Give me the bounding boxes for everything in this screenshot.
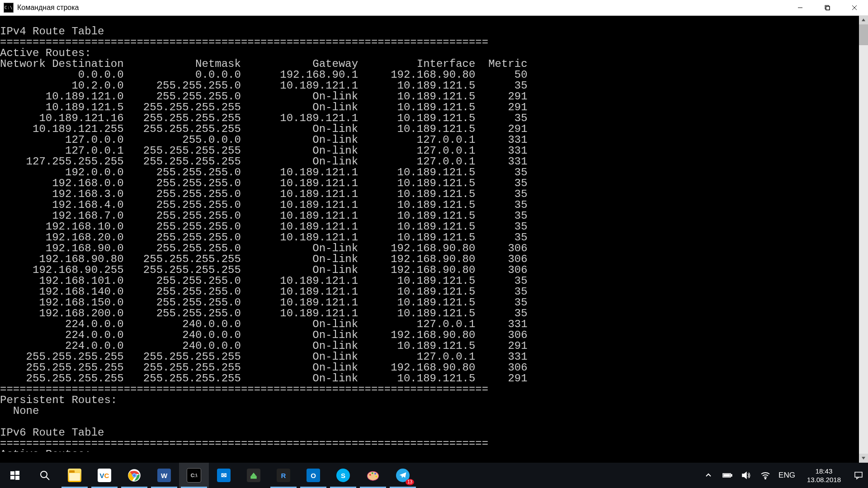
system-tray: ENG 18:43 13.08.2018 (699, 467, 868, 484)
clock-date: 13.08.2018 (807, 475, 841, 484)
maximize-button[interactable] (814, 0, 841, 15)
taskbar-mail[interactable]: ✉ (209, 463, 239, 488)
close-button[interactable] (841, 0, 868, 15)
tray-overflow-icon[interactable] (703, 469, 714, 481)
scroll-up-arrow[interactable] (859, 15, 868, 24)
taskbar-chrome[interactable] (119, 463, 149, 488)
taskbar-outlook[interactable]: O (298, 463, 328, 488)
battery-icon[interactable] (722, 469, 733, 481)
svg-rect-25 (731, 474, 732, 476)
language-indicator[interactable]: ENG (778, 471, 795, 480)
scroll-down-arrow[interactable] (859, 454, 868, 463)
taskbar-vnc[interactable]: VC (90, 463, 119, 488)
start-button[interactable] (0, 463, 30, 488)
svg-point-16 (133, 474, 136, 477)
svg-rect-8 (10, 471, 14, 475)
svg-point-12 (41, 471, 47, 478)
svg-rect-17 (250, 476, 257, 479)
window-title: Командная строка (17, 4, 79, 12)
window-buttons (787, 0, 868, 15)
svg-point-28 (765, 478, 766, 479)
window-titlebar: C:\ Командная строка (0, 0, 868, 16)
wifi-icon[interactable] (760, 469, 771, 481)
app-icon: C:\ (4, 3, 14, 13)
svg-marker-18 (251, 473, 256, 476)
svg-line-13 (46, 477, 49, 480)
svg-rect-2 (826, 6, 830, 10)
svg-point-22 (374, 473, 376, 474)
svg-rect-29 (855, 472, 862, 477)
scroll-thumb[interactable] (859, 24, 868, 45)
svg-point-20 (369, 474, 371, 476)
volume-icon[interactable] (741, 469, 752, 481)
taskbar-revit[interactable]: R (269, 463, 298, 488)
svg-rect-11 (15, 476, 19, 480)
console-output[interactable]: IPv4 Route Table =======================… (0, 26, 859, 452)
svg-marker-27 (742, 472, 746, 479)
taskbar: VC W C:\ ✉ R O S 13 ENG 18:43 13.08.2018 (0, 463, 868, 488)
taskbar-paint[interactable] (358, 463, 388, 488)
taskbar-skype[interactable]: S (328, 463, 358, 488)
svg-marker-7 (862, 457, 865, 460)
svg-point-23 (376, 476, 377, 478)
action-center-icon[interactable] (853, 469, 864, 481)
telegram-badge: 13 (406, 479, 414, 485)
clock[interactable]: 18:43 13.08.2018 (802, 467, 845, 484)
svg-rect-10 (10, 476, 14, 479)
taskbar-cmd[interactable]: C:\ (179, 463, 209, 488)
svg-marker-6 (862, 19, 865, 21)
search-button[interactable] (30, 463, 60, 488)
taskbar-telegram[interactable]: 13 (388, 463, 418, 488)
taskbar-word[interactable]: W (149, 463, 179, 488)
taskbar-app-dark[interactable] (239, 463, 269, 488)
clock-time: 18:43 (807, 467, 841, 476)
svg-point-21 (372, 472, 373, 474)
svg-rect-9 (15, 471, 19, 475)
minimize-button[interactable] (787, 0, 814, 15)
vertical-scrollbar[interactable] (859, 15, 868, 463)
svg-rect-26 (724, 474, 730, 476)
taskbar-file-explorer[interactable] (60, 463, 90, 488)
